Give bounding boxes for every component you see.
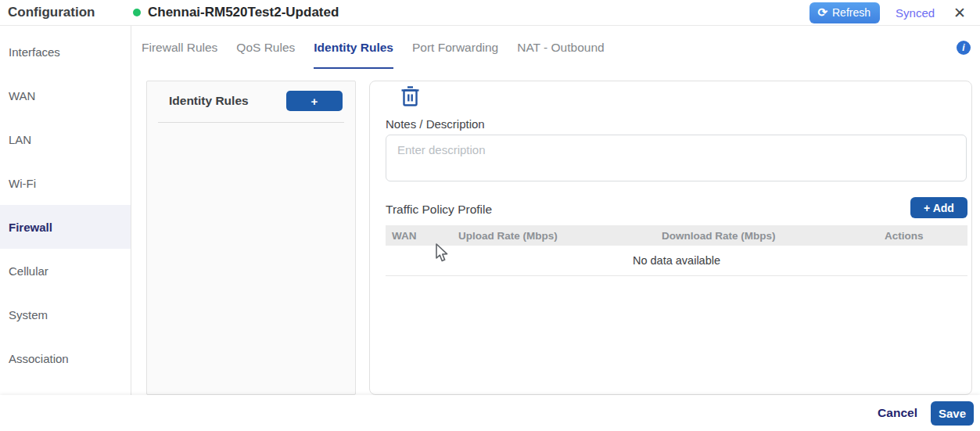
table-header-row: WAN Upload Rate (Mbps) Download Rate (Mb… [386, 225, 967, 246]
sidebar-item-association[interactable]: Association [0, 336, 131, 380]
sidebar-item-lan[interactable]: LAN [0, 117, 131, 161]
delete-rule-button[interactable] [400, 84, 421, 111]
notes-description-label: Notes / Description [386, 117, 485, 131]
tab-bar: Firewall Rules QoS Rules Identity Rules … [131, 26, 980, 69]
tab-qos-rules[interactable]: QoS Rules [236, 26, 295, 69]
cancel-button[interactable]: Cancel [878, 406, 917, 420]
sidebar-item-wan[interactable]: WAN [0, 74, 131, 117]
sync-status-badge: Synced [896, 6, 935, 20]
trash-icon [401, 86, 419, 107]
sidebar-item-wifi[interactable]: Wi-Fi [0, 161, 131, 205]
table-empty-row: No data available [386, 246, 967, 276]
tab-identity-rules[interactable]: Identity Rules [314, 26, 393, 69]
close-icon[interactable]: ✕ [950, 4, 969, 22]
info-icon[interactable]: i [957, 41, 971, 55]
refresh-icon: ⟳ [817, 6, 827, 18]
tab-nat-outbound[interactable]: NAT - Outbound [517, 26, 604, 69]
add-identity-rule-button[interactable]: + [286, 91, 343, 111]
column-header-upload-rate: Upload Rate (Mbps) [452, 230, 655, 242]
header: Configuration Chennai-RM520Test2-Updated… [0, 0, 980, 26]
tab-port-forwarding[interactable]: Port Forwarding [412, 26, 498, 69]
identity-rule-detail-panel: Notes / Description Traffic Policy Profi… [369, 81, 972, 395]
footer: Cancel Save [0, 395, 980, 431]
rules-panel-title: Identity Rules [169, 94, 249, 108]
refresh-button[interactable]: ⟳ Refresh [809, 2, 880, 23]
refresh-label: Refresh [832, 6, 871, 19]
add-traffic-policy-button[interactable]: + Add [910, 197, 967, 218]
sidebar: Interfaces WAN LAN Wi-Fi Firewall Cellul… [0, 26, 131, 395]
sidebar-item-interfaces[interactable]: Interfaces [0, 30, 131, 74]
tab-firewall-rules[interactable]: Firewall Rules [142, 26, 217, 69]
page-title: Configuration [8, 5, 133, 20]
notes-description-input[interactable] [386, 135, 967, 181]
save-button[interactable]: Save [931, 401, 974, 426]
column-header-download-rate: Download Rate (Mbps) [655, 230, 878, 242]
sidebar-item-firewall[interactable]: Firewall [0, 205, 131, 249]
sidebar-item-system[interactable]: System [0, 293, 131, 336]
identity-rules-list-panel: Identity Rules + [146, 81, 356, 395]
traffic-policy-table: WAN Upload Rate (Mbps) Download Rate (Mb… [386, 225, 967, 276]
traffic-policy-profile-title: Traffic Policy Profile [386, 203, 492, 217]
online-status-dot [133, 9, 141, 16]
column-header-wan: WAN [386, 230, 452, 242]
divider [158, 122, 344, 123]
device-name: Chennai-RM520Test2-Updated [148, 5, 339, 20]
sidebar-item-cellular[interactable]: Cellular [0, 249, 131, 293]
column-header-actions: Actions [878, 230, 967, 242]
